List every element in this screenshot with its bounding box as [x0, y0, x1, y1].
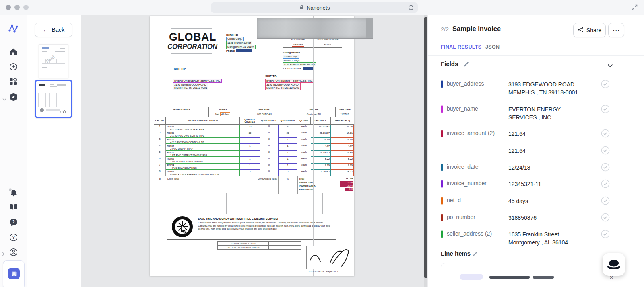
- field-label: invoice_amount (2): [447, 130, 495, 136]
- field-color-bar: [441, 80, 443, 88]
- annotation-phone-highlight[interactable]: [236, 49, 252, 52]
- annotation-total-amounts[interactable]: 121.64 121.64 0.00: [331, 181, 353, 191]
- window-close-button[interactable]: [6, 5, 11, 10]
- field-value[interactable]: 12345321-11: [508, 180, 587, 188]
- field-label: buyer_address: [447, 80, 484, 87]
- annotation-buyer-name[interactable]: EVERTON ENERGY SERVICES, INC: [173, 79, 222, 83]
- line-item-row-7[interactable]: 7 R08544 PVC DWV COUPLING 10 1each 2.792…: [154, 163, 354, 170]
- annotation-ship-address[interactable]: 3193 EDGEWOOD ROAD MEMPHIS, TN 39118-000…: [265, 83, 301, 90]
- line-item-row-6[interactable]: 6 R00021 PT PURPLE PRIMER 8746S 10 1each…: [154, 157, 354, 163]
- notifications-bell-icon[interactable]: [9, 188, 18, 199]
- approve-check-icon[interactable]: [601, 196, 610, 207]
- help-question-circle-icon[interactable]: ?: [9, 233, 18, 244]
- field-value[interactable]: EVERTON ENERGY SERVICES , INC: [508, 105, 587, 121]
- org-building-button[interactable]: [8, 268, 20, 279]
- fullscreen-expand-icon[interactable]: [632, 4, 638, 12]
- line-item-row-5[interactable]: 5 R00121 PT PVC CEMENT 2246S 2246S 10 1e…: [154, 150, 354, 157]
- approve-check-icon[interactable]: [601, 146, 610, 156]
- approve-check-icon[interactable]: [601, 129, 610, 139]
- invoice-total-amount: 121.64: [331, 177, 353, 180]
- tab-final-results[interactable]: FINAL RESULTS: [441, 44, 481, 50]
- edit-fields-pencil-icon[interactable]: [463, 62, 469, 69]
- reload-icon[interactable]: [408, 4, 414, 12]
- approve-check-icon[interactable]: [601, 163, 610, 173]
- annotation-net-days[interactable]: 45 days: [220, 112, 230, 116]
- chat-widget-button[interactable]: [603, 253, 625, 276]
- field-value[interactable]: 318850876: [508, 214, 587, 222]
- blurred-text-bar: [489, 276, 530, 279]
- support-question-bubble-icon[interactable]: ?: [9, 218, 18, 229]
- approve-check-icon[interactable]: [601, 179, 610, 190]
- invoice-page[interactable]: GLOBAL CORPORATION Remit To: Global Corp…: [150, 16, 354, 276]
- field-value[interactable]: 1635 Franklin Street Montgomery , AL 361…: [508, 230, 587, 246]
- svg-text:?: ?: [12, 219, 15, 224]
- viewer-scrollbar-thumb[interactable]: [424, 17, 427, 278]
- field-label: invoice_date: [447, 164, 479, 170]
- line-item-row-8[interactable]: 8 R285405968 4" DWV REPAIR COUPLING W/ST…: [154, 170, 354, 176]
- add-new-icon[interactable]: [9, 62, 18, 73]
- field-value[interactable]: 121.64: [508, 130, 587, 138]
- share-button[interactable]: Share: [573, 23, 606, 37]
- line-item-row-4[interactable]: 4 R09042 PVC DWV P-TRAP 10 1each 4.774.7…: [154, 144, 354, 150]
- approve-check-icon[interactable]: [601, 213, 610, 223]
- branch-contact: Michael I. Days: [283, 59, 316, 63]
- field-label: buyer_name: [447, 105, 478, 112]
- edit-line-items-pencil-icon[interactable]: [472, 251, 478, 258]
- nanonets-logo-icon[interactable]: [8, 23, 19, 35]
- tab-json[interactable]: JSON: [485, 44, 500, 50]
- bill-to-block: EVERTON ENERGY SERVICES, INC 3193 EDGEWO…: [173, 79, 222, 90]
- field-value[interactable]: 3193 EDGEWOOD ROAD MEMPHIS , TN 39118-00…: [508, 80, 587, 96]
- logo-rule-top: [171, 28, 212, 29]
- fold-line-vertical: [313, 16, 314, 276]
- address-bar[interactable]: Nanonets: [211, 2, 418, 13]
- doc-footer-text: 11/27/18 14:19 Page 1 of 1: [308, 270, 338, 273]
- line-item-row-2[interactable]: 2 R00362 X 20 PVC DWV SCH 40 PIPE 200 20…: [154, 131, 354, 137]
- annotation-branch-street[interactable]: 1756 Preston Street Wichita: [283, 62, 316, 66]
- chevron-right-icon[interactable]: [2, 250, 5, 258]
- window-zoom-button[interactable]: [23, 5, 29, 10]
- remit-to-heading: Remit To:: [226, 33, 238, 36]
- annotation-seller-street[interactable]: 1635 Franklin Street: [226, 41, 252, 45]
- invoice-table-header-row: INSTRUCTIONS TERMS SHIP POINT SHIP VIA S…: [154, 107, 354, 112]
- line-item-row-3[interactable]: 3 R09154 X 2 PVC DWV COMB Y & 1/8 10 1ea…: [154, 137, 354, 144]
- save-time-stamp-icon: S S: [171, 216, 193, 238]
- workflows-grid-icon[interactable]: [9, 77, 18, 88]
- page-indicator: 2/2: [441, 26, 449, 33]
- approve-check-icon[interactable]: [601, 230, 610, 240]
- thumbnail-page-1[interactable]: Paid: [39, 44, 68, 78]
- annotation-seller-city[interactable]: Montgomery, AL 36104: [226, 45, 256, 49]
- line-items-table-card[interactable]: ✕: [441, 263, 620, 287]
- annotation-buyer-address[interactable]: 3193 EDGEWOOD ROAD MEMPHIS, TN 39118-000…: [173, 83, 208, 90]
- field-value[interactable]: 121.64: [508, 147, 587, 155]
- approve-check-icon[interactable]: [601, 105, 610, 115]
- field-value[interactable]: 45 days: [508, 197, 587, 205]
- field-color-bar: [441, 130, 443, 137]
- field-value[interactable]: 12/24/18: [508, 164, 587, 172]
- docs-book-icon[interactable]: [9, 203, 18, 213]
- annotation-ship-name[interactable]: EVERTON ENERGY SERVICES, INC: [265, 79, 314, 83]
- field-color-bar: [441, 180, 443, 188]
- ebilling-body: Choose from three easy ways to receive y…: [198, 221, 332, 231]
- remit-phone-label: Phone:: [226, 49, 235, 52]
- svg-text:S: S: [173, 225, 175, 229]
- field-label: net_d: [447, 197, 461, 203]
- home-icon[interactable]: [9, 47, 18, 57]
- chevron-down-icon[interactable]: [2, 95, 6, 102]
- annotation-po-number[interactable]: 318850876: [292, 43, 305, 47]
- approve-check-icon[interactable]: [601, 80, 610, 90]
- account-person-icon[interactable]: [9, 248, 18, 258]
- window-minimize-button[interactable]: [14, 5, 20, 10]
- annotation-branch-name[interactable]: Global Corp.: [283, 55, 299, 59]
- thumbnail-page-2-selected[interactable]: [35, 80, 72, 118]
- explore-compass-icon[interactable]: [9, 92, 18, 103]
- annotation-branch-phone-highlight[interactable]: [303, 67, 314, 70]
- ebilling-heading: SAVE TIME AND MONEY WITH OUR FREE E-BILL…: [198, 217, 278, 220]
- fields-collapse-chevron-icon[interactable]: [607, 62, 613, 69]
- ebilling-promo-box: S S SAVE TIME AND MONEY WITH OUR FREE E-…: [167, 214, 336, 240]
- line-item-row-1[interactable]: 1 R00364 X 20 PVC DWV SCH 40 PIPE 200 20…: [154, 125, 354, 131]
- more-options-button[interactable]: ⋯: [608, 23, 624, 37]
- viewer-scrollbar-track[interactable]: [424, 15, 427, 287]
- back-button[interactable]: ← Back: [35, 23, 72, 37]
- field-label: seller_address (2): [447, 230, 492, 237]
- field-color-bar: [441, 105, 443, 113]
